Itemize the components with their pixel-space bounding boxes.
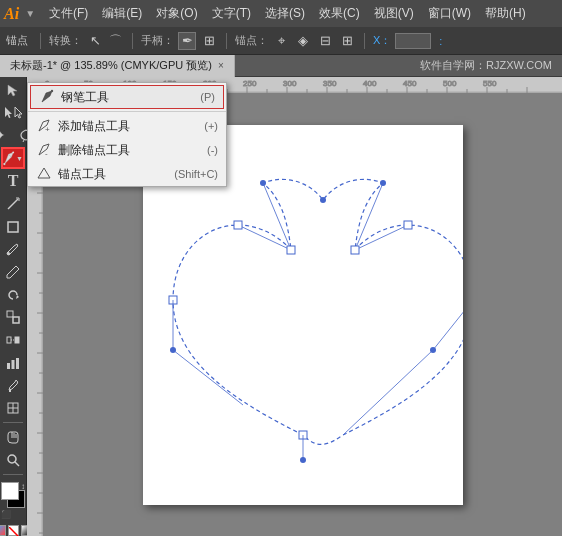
svg-rect-14 (9, 390, 11, 392)
svg-text:500: 500 (443, 79, 457, 88)
divider-1 (40, 33, 41, 49)
svg-line-86 (238, 225, 291, 250)
anchor-icon-3[interactable]: ⊟ (316, 32, 334, 50)
pen-tool-shortcut: (P) (200, 91, 215, 103)
menu-effect[interactable]: 效果(C) (313, 3, 366, 24)
watermark: 软件自学网：RJZXW.COM (235, 58, 562, 73)
svg-point-96 (260, 180, 266, 186)
svg-rect-91 (287, 246, 295, 254)
blend-tool-btn[interactable] (1, 329, 25, 351)
options-bar: 锚点 转换： ↖ ⌒ 手柄： ✒ ⊞ 锚点： ⌖ ◈ ⊟ ⊞ X： : (0, 27, 562, 55)
menu-window[interactable]: 窗口(W) (422, 3, 477, 24)
foreground-color-box[interactable] (1, 482, 19, 500)
svg-point-98 (380, 180, 386, 186)
direct-select-tool-btn[interactable] (1, 102, 25, 124)
line-tool-btn[interactable] (1, 193, 25, 215)
tab-close-button[interactable]: × (218, 60, 224, 71)
title-arrow: ▼ (25, 8, 35, 19)
x-input[interactable] (395, 33, 431, 49)
handle-label: 手柄： (141, 33, 174, 48)
pen-tool-label: 钢笔工具 (61, 89, 194, 106)
svg-point-1 (3, 163, 5, 165)
menu-edit[interactable]: 编辑(E) (96, 3, 148, 24)
svg-text:300: 300 (283, 79, 297, 88)
svg-text:350: 350 (323, 79, 337, 88)
anchor-icon-2[interactable]: ◈ (294, 32, 312, 50)
tab-bar: 未标题-1* @ 135.89% (CMYK/GPU 预览) × 软件自学网：R… (0, 55, 562, 77)
menu-text[interactable]: 文字(T) (206, 3, 257, 24)
svg-rect-12 (12, 360, 15, 369)
menu-object[interactable]: 对象(O) (150, 3, 203, 24)
x-label: X： (373, 33, 391, 48)
svg-rect-89 (234, 221, 242, 229)
color-mode-box[interactable] (0, 525, 6, 536)
menu-select[interactable]: 选择(S) (259, 3, 311, 24)
magic-wand-btn[interactable]: ✦ (0, 124, 13, 146)
none-mode-box[interactable] (8, 525, 19, 536)
tool-divider (3, 422, 23, 423)
curve-icon[interactable]: ⌒ (106, 32, 124, 50)
handle-icon-active[interactable]: ✒ (178, 32, 196, 50)
svg-rect-3 (8, 222, 18, 232)
anchor-icon-1[interactable]: ⌖ (272, 32, 290, 50)
select-tool-btn[interactable] (1, 79, 25, 101)
mesh-btn[interactable] (1, 397, 25, 419)
svg-marker-110 (38, 168, 50, 178)
divider-4 (364, 33, 365, 49)
remove-anchor-shortcut: (-) (207, 144, 218, 156)
scale-tool-btn[interactable] (1, 307, 25, 329)
color-boxes[interactable]: ↕ ⬛ (1, 482, 25, 521)
svg-line-85 (263, 183, 291, 250)
swap-colors-icon[interactable]: ↕ (21, 482, 25, 491)
left-toolbar: ✦ ▼ T (0, 77, 27, 536)
anchor2-label: 锚点： (235, 33, 268, 48)
svg-line-103 (433, 300, 463, 350)
dropdown-remove-anchor[interactable]: - 删除锚点工具 (-) (28, 138, 226, 162)
svg-rect-9 (15, 337, 19, 343)
menu-file[interactable]: 文件(F) (43, 3, 94, 24)
rectangle-tool-btn[interactable] (1, 216, 25, 238)
brush-tool-btn[interactable] (1, 238, 25, 260)
reset-colors-icon[interactable]: ⬛ (1, 510, 11, 519)
anchor-tool-label: 锚点工具 (58, 166, 168, 183)
svg-text:550: 550 (483, 79, 497, 88)
divider-3 (226, 33, 227, 49)
type-tool-btn[interactable]: T (1, 170, 25, 192)
svg-marker-5 (16, 295, 19, 299)
menu-bar: 文件(F) 编辑(E) 对象(O) 文字(T) 选择(S) 效果(C) 视图(V… (43, 3, 532, 24)
hand-tool-btn[interactable] (1, 426, 25, 448)
tab-title: 未标题-1* @ 135.89% (CMYK/GPU 预览) (10, 58, 212, 73)
menu-view[interactable]: 视图(V) (368, 3, 420, 24)
svg-point-18 (8, 455, 16, 463)
colon-label: : (439, 35, 442, 47)
svg-text:-: - (45, 149, 48, 156)
anchor-icon-4[interactable]: ⊞ (338, 32, 356, 50)
dropdown-anchor-tool[interactable]: 锚点工具 (Shift+C) (28, 162, 226, 186)
svg-rect-92 (351, 246, 359, 254)
chart-tool-btn[interactable] (1, 352, 25, 374)
svg-text:250: 250 (243, 79, 257, 88)
rotate-tool-btn[interactable] (1, 284, 25, 306)
svg-rect-11 (7, 363, 10, 369)
handle-icon-2[interactable]: ⊞ (200, 32, 218, 50)
dropdown-add-anchor[interactable]: + 添加锚点工具 (+) (28, 114, 226, 138)
add-anchor-shortcut: (+) (204, 120, 218, 132)
dropdown-pen-tool[interactable]: 钢笔工具 (P) (30, 85, 224, 109)
arrow-icon[interactable]: ↖ (86, 32, 104, 50)
zoom-tool-btn[interactable] (1, 449, 25, 471)
svg-line-20 (9, 527, 19, 536)
add-anchor-label: 添加锚点工具 (58, 118, 198, 135)
svg-point-97 (320, 197, 326, 203)
anchor-tool-shortcut: (Shift+C) (174, 168, 218, 180)
transform-icons: ↖ ⌒ (86, 32, 124, 50)
pencil-tool-btn[interactable] (1, 261, 25, 283)
ai-logo: Ai (4, 5, 19, 23)
svg-line-88 (355, 225, 408, 250)
tab-document[interactable]: 未标题-1* @ 135.89% (CMYK/GPU 预览) × (0, 55, 235, 77)
pen-tool-btn[interactable]: ▼ (1, 147, 25, 169)
menu-help[interactable]: 帮助(H) (479, 3, 532, 24)
pen-tool-icon (39, 89, 55, 106)
svg-rect-8 (7, 337, 11, 343)
add-anchor-icon: + (36, 118, 52, 135)
eyedropper-btn[interactable] (1, 375, 25, 397)
